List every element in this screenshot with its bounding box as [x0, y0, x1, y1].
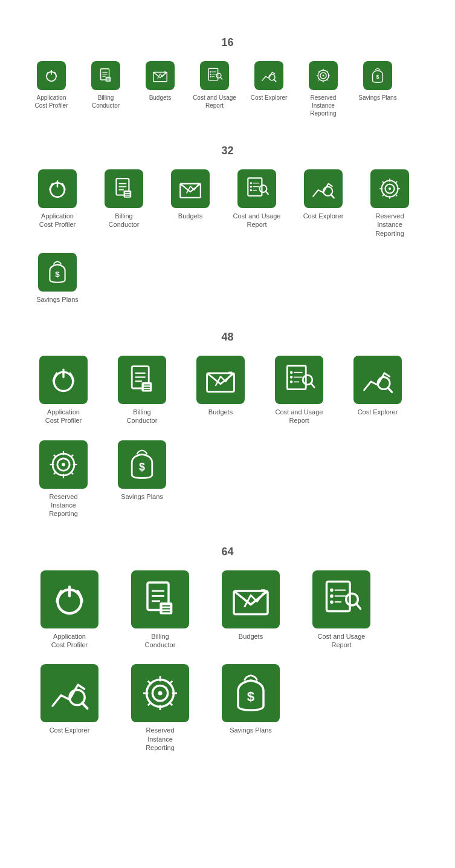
app-cost-profiler-icon: [43, 67, 60, 84]
icon-item-savings-plans-48: Savings Plans: [103, 440, 181, 518]
icon-label-budgets-16: Budgets: [149, 94, 172, 102]
size-label-64: 64: [24, 546, 431, 558]
budgets-icon: [152, 67, 169, 84]
icon-label-cost-explorer-16: Cost Explorer: [251, 94, 288, 102]
icon-box-cost-explorer-16: [254, 61, 283, 90]
savings-plans-icon: [45, 259, 70, 285]
icon-box-savings-plans-16: [363, 61, 392, 90]
icon-box-billing-conductor-64: [131, 570, 189, 628]
icon-box-billing-conductor-32: [105, 169, 143, 208]
icon-label-cost-explorer-48: Cost Explorer: [358, 408, 398, 416]
icon-item-billing-conductor-16: Billing Conductor: [79, 61, 133, 117]
icon-box-app-cost-profiler-32: [38, 169, 77, 208]
app-cost-profiler-icon: [48, 578, 91, 621]
size-label-32: 32: [24, 145, 431, 157]
icon-item-app-cost-profiler-48: Application Cost Profiler: [24, 356, 103, 425]
icon-item-billing-conductor-64: Billing Conductor: [115, 570, 205, 650]
section-32: 32Application Cost ProfilerBilling Condu…: [24, 145, 431, 313]
icon-box-cost-usage-report-64: [312, 570, 370, 628]
icon-label-cost-usage-report-64: Cost and Usage Report: [318, 632, 366, 650]
icon-box-app-cost-profiler-16: [37, 61, 66, 90]
icon-item-app-cost-profiler-32: Application Cost Profiler: [24, 169, 91, 238]
icon-label-cost-usage-report-32: Cost and Usage Report: [233, 212, 281, 229]
icon-label-savings-plans-16: Savings Plans: [358, 94, 396, 102]
section-64: 64Application Cost ProfilerBilling Condu…: [24, 546, 431, 761]
reserved-instance-icon: [315, 67, 332, 84]
reserved-instance-icon: [139, 672, 181, 714]
icon-item-app-cost-profiler-16: Application Cost Profiler: [24, 61, 79, 117]
icon-label-cost-usage-report-16: Cost and Usage Report: [193, 94, 236, 109]
app-cost-profiler-icon: [45, 176, 70, 201]
icon-item-savings-plans-16: Savings Plans: [350, 61, 405, 117]
icon-box-cost-usage-report-16: [200, 61, 229, 90]
billing-conductor-icon: [111, 176, 137, 201]
cost-explorer-icon: [361, 363, 395, 397]
icon-item-cost-usage-report-64: Cost and Usage Report: [296, 570, 387, 650]
cost-usage-report-icon: [320, 578, 363, 621]
icon-item-savings-plans-32: Savings Plans: [24, 253, 91, 304]
icon-label-budgets-64: Budgets: [239, 632, 263, 641]
icon-box-reserved-instance-64: [131, 664, 189, 722]
icon-item-app-cost-profiler-64: Application Cost Profiler: [24, 570, 115, 650]
icon-box-budgets-64: [222, 570, 280, 628]
icon-box-billing-conductor-48: [118, 356, 166, 404]
icon-box-cost-explorer-48: [353, 356, 402, 404]
icon-label-billing-conductor-16: Billing Conductor: [92, 94, 120, 109]
icon-label-billing-conductor-32: Billing Conductor: [109, 212, 140, 229]
cost-usage-report-icon: [206, 67, 223, 84]
icon-box-cost-usage-report-48: [275, 356, 323, 404]
icon-label-app-cost-profiler-16: Application Cost Profiler: [34, 94, 68, 109]
icon-grid-32: Application Cost ProfilerBilling Conduct…: [24, 169, 431, 313]
cost-explorer-icon: [48, 672, 91, 714]
icon-label-savings-plans-48: Savings Plans: [121, 492, 163, 501]
savings-plans-icon: [230, 672, 272, 714]
icon-box-savings-plans-64: [222, 664, 280, 722]
icon-box-reserved-instance-48: [39, 440, 88, 489]
cost-explorer-icon: [311, 176, 336, 201]
icon-grid-16: Application Cost ProfilerBilling Conduct…: [24, 61, 431, 126]
icon-box-budgets-16: [146, 61, 175, 90]
icon-label-reserved-instance-64: Reserved Instance Reporting: [146, 726, 175, 752]
icon-item-cost-usage-report-48: Cost and Usage Report: [260, 356, 338, 425]
cost-usage-report-icon: [282, 363, 316, 397]
icon-item-budgets-16: Budgets: [133, 61, 187, 117]
icon-item-cost-explorer-16: Cost Explorer: [242, 61, 296, 117]
icon-box-app-cost-profiler-48: [39, 356, 88, 404]
cost-explorer-icon: [260, 67, 277, 84]
icon-box-cost-explorer-64: [40, 664, 98, 722]
billing-conductor-icon: [125, 363, 159, 397]
icon-label-budgets-48: Budgets: [208, 408, 233, 416]
icon-label-savings-plans-32: Savings Plans: [36, 295, 79, 304]
icon-label-cost-explorer-64: Cost Explorer: [50, 726, 90, 734]
icon-item-reserved-instance-32: Reserved Instance Reporting: [357, 169, 423, 238]
icon-item-cost-explorer-64: Cost Explorer: [24, 664, 115, 752]
icon-box-app-cost-profiler-64: [40, 570, 98, 628]
budgets-icon: [204, 363, 237, 397]
icon-item-reserved-instance-16: Reserved Instance Reporting: [296, 61, 350, 117]
budgets-icon: [230, 578, 272, 621]
icon-label-billing-conductor-48: Billing Conductor: [127, 408, 158, 425]
app-cost-profiler-icon: [47, 363, 80, 397]
icon-item-budgets-32: Budgets: [157, 169, 224, 238]
icon-box-billing-conductor-16: [91, 61, 120, 90]
icon-item-reserved-instance-48: Reserved Instance Reporting: [24, 440, 103, 518]
icon-box-cost-explorer-32: [304, 169, 343, 208]
icon-label-reserved-instance-16: Reserved Instance Reporting: [310, 94, 336, 117]
icon-label-app-cost-profiler-48: Application Cost Profiler: [45, 408, 82, 425]
icon-item-cost-explorer-48: Cost Explorer: [338, 356, 417, 425]
billing-conductor-icon: [97, 67, 114, 84]
icon-label-app-cost-profiler-32: Application Cost Profiler: [39, 212, 76, 229]
icon-item-cost-usage-report-16: Cost and Usage Report: [187, 61, 242, 117]
icon-label-savings-plans-64: Savings Plans: [230, 726, 272, 734]
icon-box-budgets-32: [171, 169, 210, 208]
section-16: 16Application Cost ProfilerBilling Condu…: [24, 36, 431, 126]
icon-box-savings-plans-48: [118, 440, 166, 489]
reserved-instance-icon: [377, 176, 402, 201]
icon-item-savings-plans-64: Savings Plans: [205, 664, 296, 752]
icon-item-budgets-64: Budgets: [205, 570, 296, 650]
icon-item-billing-conductor-48: Billing Conductor: [103, 356, 181, 425]
icon-item-reserved-instance-64: Reserved Instance Reporting: [115, 664, 205, 752]
billing-conductor-icon: [139, 578, 181, 621]
icon-box-reserved-instance-16: [309, 61, 338, 90]
icon-label-app-cost-profiler-64: Application Cost Profiler: [51, 632, 88, 650]
